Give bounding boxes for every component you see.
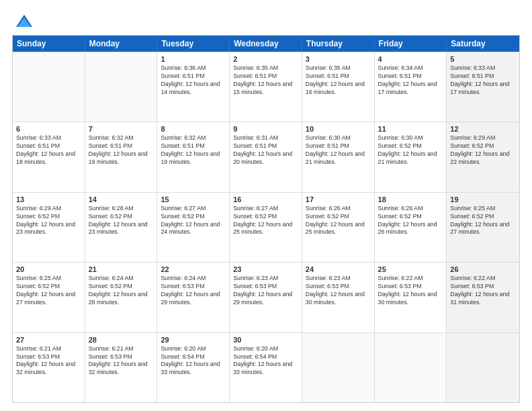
cell-info: Sunrise: 6:26 AM Sunset: 6:52 PM Dayligh… <box>306 205 371 237</box>
day-number: 2 <box>233 55 298 63</box>
day-number: 30 <box>233 336 298 344</box>
day-number: 15 <box>161 195 226 203</box>
day-number: 4 <box>378 55 443 63</box>
calendar-cell-empty <box>447 333 519 402</box>
cell-info: Sunrise: 6:28 AM Sunset: 6:52 PM Dayligh… <box>89 205 154 237</box>
header-day-saturday: Saturday <box>447 36 519 52</box>
cell-info: Sunrise: 6:24 AM Sunset: 6:52 PM Dayligh… <box>89 275 154 307</box>
calendar-cell-29: 29Sunrise: 6:20 AM Sunset: 6:54 PM Dayli… <box>157 333 230 402</box>
day-number: 24 <box>306 265 371 273</box>
calendar-cell-25: 25Sunrise: 6:22 AM Sunset: 6:53 PM Dayli… <box>375 263 447 332</box>
calendar-cell-13: 13Sunrise: 6:29 AM Sunset: 6:52 PM Dayli… <box>13 193 85 262</box>
page: SundayMondayTuesdayWednesdayThursdayFrid… <box>0 0 532 411</box>
header <box>12 12 520 28</box>
calendar-cell-11: 11Sunrise: 6:30 AM Sunset: 6:52 PM Dayli… <box>375 122 447 191</box>
calendar-cell-7: 7Sunrise: 6:32 AM Sunset: 6:51 PM Daylig… <box>85 122 158 191</box>
calendar-cell-9: 9Sunrise: 6:31 AM Sunset: 6:51 PM Daylig… <box>230 122 302 191</box>
calendar-row-2: 13Sunrise: 6:29 AM Sunset: 6:52 PM Dayli… <box>13 192 519 262</box>
header-day-monday: Monday <box>85 36 158 52</box>
calendar-cell-5: 5Sunrise: 6:33 AM Sunset: 6:51 PM Daylig… <box>447 52 519 122</box>
cell-info: Sunrise: 6:32 AM Sunset: 6:51 PM Dayligh… <box>161 134 226 167</box>
day-number: 27 <box>16 336 81 344</box>
calendar-cell-18: 18Sunrise: 6:26 AM Sunset: 6:52 PM Dayli… <box>375 193 447 262</box>
day-number: 20 <box>16 265 81 273</box>
day-number: 10 <box>306 125 371 133</box>
cell-info: Sunrise: 6:23 AM Sunset: 6:53 PM Dayligh… <box>233 275 298 307</box>
cell-info: Sunrise: 6:23 AM Sunset: 6:53 PM Dayligh… <box>306 275 371 307</box>
calendar-cell-3: 3Sunrise: 6:35 AM Sunset: 6:51 PM Daylig… <box>302 52 375 122</box>
calendar: SundayMondayTuesdayWednesdayThursdayFrid… <box>12 35 520 403</box>
calendar-cell-26: 26Sunrise: 6:22 AM Sunset: 6:53 PM Dayli… <box>447 263 519 332</box>
cell-info: Sunrise: 6:20 AM Sunset: 6:54 PM Dayligh… <box>233 345 298 377</box>
cell-info: Sunrise: 6:35 AM Sunset: 6:51 PM Dayligh… <box>306 64 371 97</box>
cell-info: Sunrise: 6:24 AM Sunset: 6:53 PM Dayligh… <box>161 275 226 307</box>
cell-info: Sunrise: 6:27 AM Sunset: 6:52 PM Dayligh… <box>161 205 226 237</box>
cell-info: Sunrise: 6:33 AM Sunset: 6:51 PM Dayligh… <box>450 64 516 97</box>
calendar-cell-17: 17Sunrise: 6:26 AM Sunset: 6:52 PM Dayli… <box>302 193 375 262</box>
cell-info: Sunrise: 6:30 AM Sunset: 6:52 PM Dayligh… <box>378 134 443 167</box>
calendar-cell-10: 10Sunrise: 6:30 AM Sunset: 6:51 PM Dayli… <box>302 122 375 191</box>
calendar-cell-22: 22Sunrise: 6:24 AM Sunset: 6:53 PM Dayli… <box>157 263 230 332</box>
calendar-cell-empty <box>302 333 375 402</box>
cell-info: Sunrise: 6:34 AM Sunset: 6:51 PM Dayligh… <box>378 64 443 97</box>
day-number: 21 <box>89 265 154 273</box>
calendar-cell-19: 19Sunrise: 6:25 AM Sunset: 6:52 PM Dayli… <box>447 193 519 262</box>
header-day-sunday: Sunday <box>13 36 85 52</box>
cell-info: Sunrise: 6:26 AM Sunset: 6:52 PM Dayligh… <box>378 205 443 237</box>
cell-info: Sunrise: 6:22 AM Sunset: 6:53 PM Dayligh… <box>450 275 516 307</box>
day-number: 19 <box>450 195 516 203</box>
day-number: 7 <box>89 125 154 133</box>
day-number: 14 <box>89 195 154 203</box>
day-number: 16 <box>233 195 298 203</box>
logo <box>12 12 34 28</box>
calendar-cell-27: 27Sunrise: 6:21 AM Sunset: 6:53 PM Dayli… <box>13 333 85 402</box>
calendar-row-4: 27Sunrise: 6:21 AM Sunset: 6:53 PM Dayli… <box>13 332 519 402</box>
day-number: 8 <box>161 125 226 133</box>
calendar-cell-15: 15Sunrise: 6:27 AM Sunset: 6:52 PM Dayli… <box>157 193 230 262</box>
calendar-cell-30: 30Sunrise: 6:20 AM Sunset: 6:54 PM Dayli… <box>230 333 302 402</box>
cell-info: Sunrise: 6:21 AM Sunset: 6:53 PM Dayligh… <box>16 345 81 377</box>
calendar-cell-4: 4Sunrise: 6:34 AM Sunset: 6:51 PM Daylig… <box>375 52 447 122</box>
logo-icon <box>15 12 34 31</box>
calendar-cell-21: 21Sunrise: 6:24 AM Sunset: 6:52 PM Dayli… <box>85 263 158 332</box>
calendar-cell-empty <box>85 52 158 122</box>
cell-info: Sunrise: 6:25 AM Sunset: 6:52 PM Dayligh… <box>16 275 81 307</box>
day-number: 22 <box>161 265 226 273</box>
day-number: 26 <box>450 265 516 273</box>
cell-info: Sunrise: 6:27 AM Sunset: 6:52 PM Dayligh… <box>233 205 298 237</box>
header-day-wednesday: Wednesday <box>230 36 302 52</box>
day-number: 18 <box>378 195 443 203</box>
calendar-header: SundayMondayTuesdayWednesdayThursdayFrid… <box>13 36 519 52</box>
cell-info: Sunrise: 6:36 AM Sunset: 6:51 PM Dayligh… <box>161 64 226 97</box>
day-number: 25 <box>378 265 443 273</box>
cell-info: Sunrise: 6:29 AM Sunset: 6:52 PM Dayligh… <box>450 134 516 167</box>
day-number: 23 <box>233 265 298 273</box>
calendar-cell-16: 16Sunrise: 6:27 AM Sunset: 6:52 PM Dayli… <box>230 193 302 262</box>
day-number: 6 <box>16 125 81 133</box>
cell-info: Sunrise: 6:22 AM Sunset: 6:53 PM Dayligh… <box>378 275 443 307</box>
cell-info: Sunrise: 6:20 AM Sunset: 6:54 PM Dayligh… <box>161 345 226 377</box>
calendar-cell-28: 28Sunrise: 6:21 AM Sunset: 6:53 PM Dayli… <box>85 333 158 402</box>
calendar-cell-23: 23Sunrise: 6:23 AM Sunset: 6:53 PM Dayli… <box>230 263 302 332</box>
day-number: 28 <box>89 336 154 344</box>
cell-info: Sunrise: 6:21 AM Sunset: 6:53 PM Dayligh… <box>89 345 154 377</box>
day-number: 5 <box>450 55 516 63</box>
day-number: 17 <box>306 195 371 203</box>
day-number: 29 <box>161 336 226 344</box>
calendar-cell-2: 2Sunrise: 6:35 AM Sunset: 6:51 PM Daylig… <box>230 52 302 122</box>
calendar-cell-8: 8Sunrise: 6:32 AM Sunset: 6:51 PM Daylig… <box>157 122 230 191</box>
calendar-row-0: 1Sunrise: 6:36 AM Sunset: 6:51 PM Daylig… <box>13 52 519 122</box>
day-number: 9 <box>233 125 298 133</box>
calendar-cell-empty <box>375 333 447 402</box>
cell-info: Sunrise: 6:25 AM Sunset: 6:52 PM Dayligh… <box>450 205 516 237</box>
header-day-thursday: Thursday <box>302 36 375 52</box>
day-number: 13 <box>16 195 81 203</box>
calendar-cell-12: 12Sunrise: 6:29 AM Sunset: 6:52 PM Dayli… <box>447 122 519 191</box>
day-number: 3 <box>306 55 371 63</box>
calendar-row-3: 20Sunrise: 6:25 AM Sunset: 6:52 PM Dayli… <box>13 262 519 332</box>
cell-info: Sunrise: 6:31 AM Sunset: 6:51 PM Dayligh… <box>233 134 298 167</box>
day-number: 12 <box>450 125 516 133</box>
calendar-row-1: 6Sunrise: 6:33 AM Sunset: 6:51 PM Daylig… <box>13 122 519 191</box>
cell-info: Sunrise: 6:32 AM Sunset: 6:51 PM Dayligh… <box>89 134 154 167</box>
calendar-cell-24: 24Sunrise: 6:23 AM Sunset: 6:53 PM Dayli… <box>302 263 375 332</box>
